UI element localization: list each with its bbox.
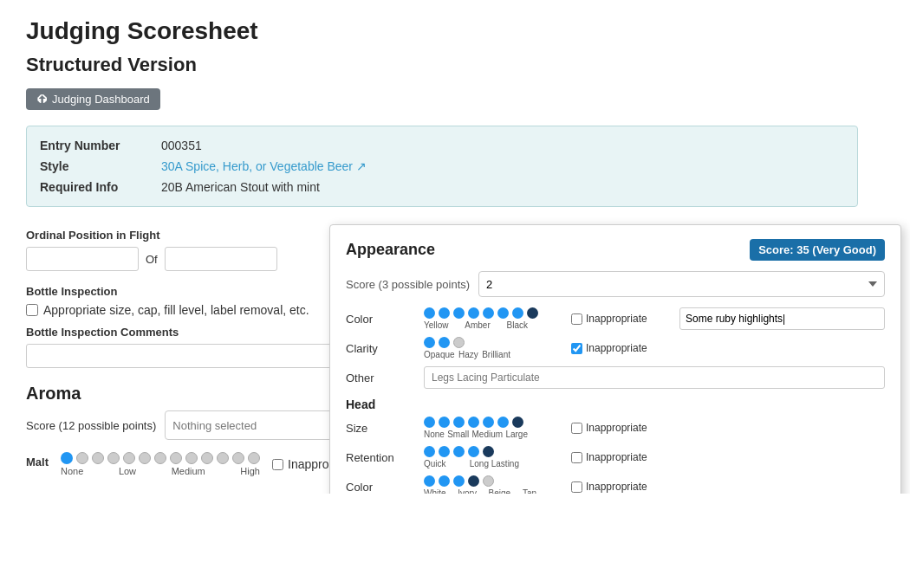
ordinal-position-input[interactable] [26, 247, 139, 271]
malt-dot-5 [123, 452, 135, 464]
size-dot-3 [453, 417, 465, 428]
clarity-label-opaque: Opaque [424, 350, 455, 359]
clarity-dot-1 [424, 337, 435, 348]
popup-other-input[interactable] [424, 366, 885, 389]
popup-color-dots: Yellow Amber Black [424, 307, 562, 330]
head-color-dot-1 [424, 475, 435, 487]
popup-size-row: Size None Small Medium Large [346, 417, 885, 439]
size-dot-7 [512, 417, 523, 428]
malt-dot-2 [76, 452, 88, 464]
popup-other-row: Other [346, 366, 885, 389]
popup-clarity-row: Clarity Opaque Hazy Brilliant Inappropri… [346, 337, 885, 359]
entry-number-value: 000351 [161, 139, 202, 152]
style-value: 30A Spice, Herb, or Vegetable Beer ↗ [161, 159, 367, 173]
popup-clarity-inappropriate-checkbox[interactable] [571, 343, 582, 354]
popup-clarity-dot-labels: Opaque Hazy Brilliant [424, 350, 510, 359]
clarity-label-brilliant: Brilliant [482, 350, 510, 359]
color-dot-5 [483, 307, 494, 319]
retention-dot-1 [424, 446, 435, 457]
color-dot-7 [512, 307, 523, 319]
size-dot-4 [468, 417, 479, 428]
retention-dot-3 [453, 446, 465, 457]
dashboard-button-label: Judging Dashboard [52, 93, 150, 106]
popup-retention-dot-labels: Quick Long Lasting [424, 459, 519, 468]
required-info-label: Required Info [40, 180, 161, 194]
color-label-yellow: Yellow [424, 320, 449, 330]
popup-retention-inappropriate-label: Inappropriate [586, 451, 647, 463]
retention-label-quick: Quick [424, 459, 446, 468]
color-dot-4 [468, 307, 479, 319]
popup-clarity-label: Clarity [346, 342, 415, 355]
malt-dot-8 [170, 452, 182, 464]
style-link[interactable]: 30A Spice, Herb, or Vegetable Beer ↗ [161, 159, 367, 173]
size-label-small: Small [447, 430, 469, 439]
head-color-label-white: White [424, 488, 446, 494]
malt-dot-9 [185, 452, 198, 464]
head-color-dot-4 [468, 475, 479, 487]
popup-score-label: Score (3 possible points) [346, 278, 470, 291]
size-dot-6 [497, 417, 509, 428]
popup-head-color-inappropriate-wrap: Inappropriate [571, 481, 671, 493]
color-dot-1 [424, 307, 435, 319]
retention-dot-5 [483, 446, 494, 457]
popup-color-inappropriate-label: Inappropriate [586, 313, 647, 325]
clarity-label-hazy: Hazy [458, 350, 478, 359]
page-subtitle: Structured Version [26, 54, 884, 76]
malt-dot-7 [154, 452, 166, 464]
popup-retention-dots: Quick Long Lasting [424, 446, 562, 468]
popup-color-comment-input[interactable] [679, 307, 885, 330]
of-label: Of [146, 253, 158, 266]
popup-score-select[interactable]: 2 1 3 [478, 271, 885, 297]
popup-color-inappropriate-checkbox[interactable] [571, 313, 582, 325]
head-color-dot-5 [483, 475, 494, 487]
head-color-label-beige: Beige [489, 488, 511, 494]
retention-label-long: Long Lasting [470, 459, 519, 468]
malt-dot-1 [61, 452, 73, 464]
retention-dot-2 [439, 446, 450, 457]
entry-number-row: Entry Number 000351 [40, 135, 844, 156]
popup-other-label: Other [346, 372, 415, 384]
popup-title: Appearance [346, 241, 435, 259]
bottle-comments-input[interactable] [26, 344, 347, 368]
popup-head-color-label: Color [346, 481, 415, 494]
head-color-label-ivory: Ivory [458, 488, 477, 494]
malt-label: Malt [26, 456, 49, 468]
malt-dot-12 [232, 452, 244, 464]
required-info-row: Required Info 20B American Stout with mi… [40, 177, 844, 197]
popup-header: Appearance Score: 35 (Very Good) [346, 239, 885, 261]
malt-dot-6 [139, 452, 151, 464]
popup-color-dots-inner [424, 307, 562, 319]
malt-label-high: High [240, 466, 260, 476]
popup-head-color-inappropriate-label: Inappropriate [586, 481, 647, 493]
color-dot-3 [453, 307, 465, 319]
size-label-medium: Medium [472, 430, 504, 439]
bottle-inspection-checkbox[interactable] [26, 304, 38, 316]
malt-dot-11 [217, 452, 229, 464]
malt-dot-3 [92, 452, 104, 464]
popup-head-title: Head [346, 397, 885, 411]
clarity-dot-3 [453, 337, 465, 348]
popup-size-inappropriate-checkbox[interactable] [571, 423, 582, 434]
popup-color-dot-labels: Yellow Amber Black [424, 320, 528, 330]
popup-size-inappropriate-label: Inappropriate [586, 422, 647, 434]
head-color-label-tan: Tan [523, 488, 536, 494]
bottle-inspection-checkbox-label: Appropriate size, cap, fill level, label… [43, 303, 309, 317]
size-dot-2 [439, 417, 450, 428]
dashboard-button[interactable]: ⮉ Judging Dashboard [26, 88, 160, 110]
ordinal-total-input[interactable] [165, 247, 277, 271]
size-dot-1 [424, 417, 435, 428]
score-badge: Score: 35 (Very Good) [750, 239, 885, 261]
popup-head-color-row: Color White Ivory Beige Tan Ina [346, 475, 885, 494]
malt-dot-slider: None Low Medium High [61, 452, 260, 476]
popup-clarity-inappropriate-wrap: Inappropriate [571, 342, 671, 354]
popup-head-color-dots: White Ivory Beige Tan [424, 475, 562, 494]
popup-retention-inappropriate-checkbox[interactable] [571, 452, 582, 463]
popup-head-color-inappropriate-checkbox[interactable] [571, 481, 582, 493]
head-color-dot-2 [439, 475, 450, 487]
required-info-value: 20B American Stout with mint [161, 180, 320, 194]
popup-head-color-dots-inner [424, 475, 562, 487]
popup-clarity-inappropriate-label: Inappropriate [586, 342, 647, 354]
popup-size-dot-labels: None Small Medium Large [424, 430, 528, 439]
malt-dots [61, 452, 260, 464]
malt-inappropriate-checkbox[interactable] [272, 459, 283, 470]
